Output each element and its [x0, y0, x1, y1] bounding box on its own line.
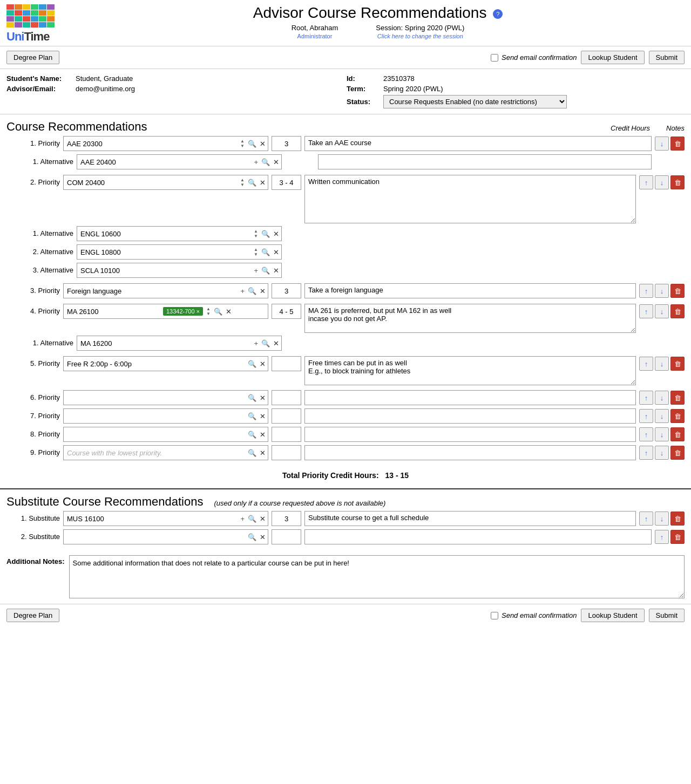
- move-down-btn-9[interactable]: ↓: [655, 446, 669, 460]
- add-icon-4-1[interactable]: +: [253, 339, 259, 347]
- notes-input-2[interactable]: Written communication: [304, 175, 636, 223]
- credit-input-8[interactable]: [272, 427, 301, 441]
- close-icon-9[interactable]: ✕: [259, 449, 267, 457]
- search-icon-8[interactable]: 🔍: [247, 431, 258, 439]
- close-icon-3[interactable]: ✕: [259, 287, 267, 295]
- submit-button[interactable]: Submit: [649, 51, 685, 64]
- move-up-btn-4[interactable]: ↑: [639, 304, 653, 318]
- move-down-btn-1[interactable]: ↓: [655, 137, 669, 151]
- credit-input-1[interactable]: [272, 137, 301, 151]
- delete-btn-5[interactable]: 🗑: [670, 357, 685, 371]
- search-icon-alt-2-3[interactable]: 🔍: [260, 267, 271, 275]
- add-icon-2-3[interactable]: +: [253, 267, 259, 275]
- search-icon-sub-2[interactable]: 🔍: [247, 533, 258, 541]
- tag-close-4[interactable]: ×: [197, 308, 200, 315]
- sort-btn-1[interactable]: ▲▼: [239, 139, 246, 148]
- move-down-btn-8[interactable]: ↓: [655, 427, 669, 441]
- alt-input-2-3[interactable]: [77, 263, 253, 277]
- course-input-2[interactable]: [64, 175, 239, 189]
- degree-plan-button[interactable]: Degree Plan: [6, 51, 59, 64]
- sub-move-up-btn-2[interactable]: ↑: [655, 530, 669, 544]
- course-input-1[interactable]: [64, 137, 239, 151]
- move-up-btn-7[interactable]: ↑: [639, 409, 653, 423]
- move-down-btn-5[interactable]: ↓: [655, 357, 669, 371]
- close-icon-8[interactable]: ✕: [259, 431, 267, 439]
- sub-input-2[interactable]: [64, 530, 247, 544]
- sub-move-down-btn-1[interactable]: ↓: [655, 512, 669, 526]
- notes-input-5[interactable]: Free times can be put in as well E.g., t…: [304, 356, 636, 385]
- search-icon-2[interactable]: 🔍: [247, 179, 258, 187]
- alt-notes-1-1[interactable]: [318, 154, 652, 169]
- alt-input-1-1[interactable]: [77, 155, 253, 169]
- delete-btn-4[interactable]: 🗑: [670, 304, 685, 318]
- search-icon-5[interactable]: 🔍: [247, 360, 258, 368]
- search-icon-6[interactable]: 🔍: [247, 394, 258, 402]
- move-up-btn-2[interactable]: ↑: [639, 175, 653, 189]
- move-down-btn-3[interactable]: ↓: [655, 284, 669, 298]
- sub-notes-1[interactable]: Substitute course to get a full schedule: [304, 511, 636, 526]
- search-icon-3[interactable]: 🔍: [247, 287, 258, 295]
- close-icon-alt-1-1[interactable]: ✕: [272, 158, 280, 166]
- status-select[interactable]: Course Requests Enabled (no date restric…: [383, 95, 567, 108]
- sub-move-up-btn-1[interactable]: ↑: [639, 512, 653, 526]
- sub-input-1[interactable]: [64, 512, 239, 526]
- bottom-degree-plan-button[interactable]: Degree Plan: [6, 609, 59, 622]
- alt-input-2-2[interactable]: [77, 245, 253, 259]
- notes-input-4[interactable]: MA 261 is preferred, but put MA 162 in a…: [304, 304, 636, 333]
- search-icon-1[interactable]: 🔍: [247, 140, 258, 148]
- alt-input-4-1[interactable]: [77, 336, 253, 350]
- search-icon-7[interactable]: 🔍: [247, 412, 258, 420]
- credit-input-7[interactable]: [272, 409, 301, 423]
- notes-input-6[interactable]: [304, 390, 636, 405]
- bottom-submit-button[interactable]: Submit: [649, 609, 685, 622]
- close-icon-alt-4-1[interactable]: ✕: [272, 339, 280, 347]
- close-icon-2[interactable]: ✕: [259, 179, 267, 187]
- sub-credit-input-2[interactable]: [272, 530, 301, 544]
- notes-input-9[interactable]: [304, 445, 636, 460]
- email-confirm-checkbox[interactable]: [491, 54, 498, 62]
- close-icon-alt-2-3[interactable]: ✕: [272, 267, 280, 275]
- course-input-9[interactable]: [64, 446, 247, 460]
- move-up-btn-3[interactable]: ↑: [639, 284, 653, 298]
- sub-delete-btn-2[interactable]: 🗑: [670, 530, 685, 544]
- credit-input-6[interactable]: [272, 391, 301, 405]
- search-icon-alt-1-1[interactable]: 🔍: [260, 158, 271, 166]
- close-icon-1[interactable]: ✕: [259, 140, 267, 148]
- notes-input-3[interactable]: Take a foreign language: [304, 283, 636, 298]
- notes-input-7[interactable]: [304, 408, 636, 424]
- close-icon-alt-2-2[interactable]: ✕: [272, 248, 280, 256]
- search-icon-alt-2-2[interactable]: 🔍: [260, 248, 271, 256]
- add-icon-sub-1[interactable]: +: [239, 515, 246, 523]
- delete-btn-6[interactable]: 🗑: [670, 391, 685, 405]
- move-up-btn-8[interactable]: ↑: [639, 427, 653, 441]
- sort-btn-4[interactable]: ▲▼: [205, 306, 212, 316]
- delete-btn-8[interactable]: 🗑: [670, 427, 685, 441]
- help-icon[interactable]: ?: [493, 9, 503, 19]
- delete-btn-3[interactable]: 🗑: [670, 284, 685, 298]
- move-down-btn-7[interactable]: ↓: [655, 409, 669, 423]
- move-down-btn-6[interactable]: ↓: [655, 391, 669, 405]
- search-icon-alt-4-1[interactable]: 🔍: [260, 339, 271, 347]
- add-icon-3[interactable]: +: [239, 287, 246, 295]
- search-icon-9[interactable]: 🔍: [247, 449, 258, 457]
- credit-input-2[interactable]: [272, 175, 301, 189]
- tag-badge-4[interactable]: 13342-700 ×: [163, 307, 203, 316]
- sort-btn-alt-2-1[interactable]: ▲▼: [253, 229, 259, 238]
- sub-credit-input-1[interactable]: [272, 512, 301, 526]
- course-input-5[interactable]: [64, 357, 247, 371]
- close-icon-sub-2[interactable]: ✕: [259, 533, 267, 541]
- course-input-6[interactable]: [64, 391, 247, 405]
- move-down-btn-4[interactable]: ↓: [655, 304, 669, 318]
- sort-btn-alt-2-2[interactable]: ▲▼: [253, 247, 259, 257]
- search-icon-alt-2-1[interactable]: 🔍: [260, 230, 271, 238]
- lookup-student-button[interactable]: Lookup Student: [581, 51, 644, 64]
- bottom-email-confirm-checkbox[interactable]: [491, 612, 498, 619]
- additional-notes-textarea[interactable]: Some additional information that does no…: [69, 555, 685, 598]
- close-icon-4[interactable]: ✕: [225, 308, 233, 316]
- delete-btn-7[interactable]: 🗑: [670, 409, 685, 423]
- sub-notes-2[interactable]: [304, 529, 652, 544]
- search-icon-sub-1[interactable]: 🔍: [247, 515, 258, 523]
- course-input-7[interactable]: [64, 409, 247, 423]
- credit-input-5[interactable]: [272, 357, 301, 371]
- delete-btn-9[interactable]: 🗑: [670, 446, 685, 460]
